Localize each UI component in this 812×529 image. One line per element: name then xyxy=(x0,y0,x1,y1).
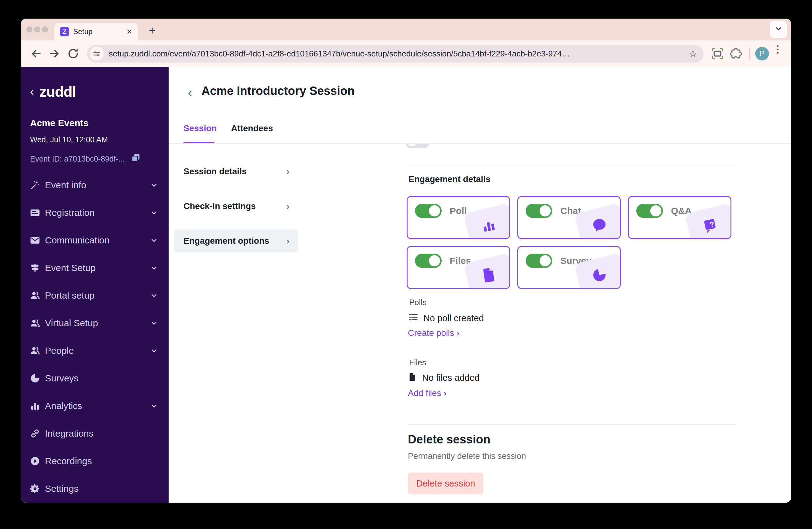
event-id-row: Event ID: a7013bc0-89df-... xyxy=(30,153,141,165)
engagement-details-heading: Engagement details xyxy=(408,174,491,184)
survey-pie-icon xyxy=(591,266,608,284)
sidebar-item-event-setup[interactable]: Event Setup xyxy=(21,254,169,282)
files-empty-text: No files added xyxy=(422,373,479,383)
browser-toolbar: setup.zuddl.com/event/a7013bc0-89df-4dc1… xyxy=(21,40,791,67)
poll-toggle[interactable] xyxy=(415,204,441,218)
signpost-icon xyxy=(29,263,41,273)
add-files-link[interactable]: Add files› xyxy=(408,388,446,398)
sidebar-menu: Event info Registration Communication Ev… xyxy=(21,171,169,502)
main-content: ‹ Acme Introductory Session Session Atte… xyxy=(169,67,791,503)
sidebar-item-label: Integrations xyxy=(45,428,93,439)
bar-chart-icon xyxy=(29,401,41,411)
subnav-label: Session details xyxy=(184,167,247,176)
tab-search-button[interactable] xyxy=(770,21,787,38)
copy-icon[interactable] xyxy=(130,153,141,165)
tab-attendees[interactable]: Attendees xyxy=(231,124,273,133)
tab-capture-icon[interactable] xyxy=(709,45,726,62)
toolbar-divider xyxy=(750,48,750,59)
chevron-down-icon xyxy=(150,236,158,244)
chevron-down-icon xyxy=(150,291,158,300)
play-circle-icon xyxy=(29,456,41,466)
person-icon xyxy=(29,290,41,301)
danger-divider xyxy=(408,424,735,425)
sidebar-item-portal-setup[interactable]: Portal setup xyxy=(21,282,169,309)
chevron-down-icon xyxy=(150,181,158,189)
sidebar-item-integrations[interactable]: Integrations xyxy=(21,419,169,447)
files-card: Files xyxy=(407,246,510,289)
sidebar-item-surveys[interactable]: Surveys xyxy=(21,364,169,392)
sidebar-item-label: Event info xyxy=(45,180,86,190)
page-title: Acme Introductory Session xyxy=(201,84,354,98)
chevron-down-icon xyxy=(150,264,158,272)
chevron-down-icon xyxy=(150,319,158,327)
files-toggle[interactable] xyxy=(415,254,441,268)
section-divider xyxy=(408,166,735,166)
forward-button[interactable] xyxy=(46,45,63,62)
profile-avatar[interactable]: P xyxy=(755,47,769,60)
sidebar-item-label: Event Setup xyxy=(45,263,96,273)
bookmark-star-icon[interactable]: ☆ xyxy=(688,48,697,59)
delete-session-subtitle: Permanently delete this session xyxy=(408,452,526,461)
extensions-puzzle-icon[interactable] xyxy=(728,45,744,62)
close-window-button[interactable] xyxy=(26,26,32,32)
url-bar[interactable]: setup.zuddl.com/event/a7013bc0-89df-4dc1… xyxy=(87,45,704,63)
create-polls-link[interactable]: Create polls› xyxy=(408,328,459,338)
chevron-down-icon xyxy=(774,24,783,35)
chevron-right-icon: › xyxy=(456,328,459,338)
collapse-sidebar-icon[interactable]: ‹ xyxy=(30,86,34,97)
survey-card: Survey xyxy=(517,246,621,289)
new-tab-button[interactable]: + xyxy=(144,22,160,39)
sidebar-item-settings[interactable]: Settings xyxy=(21,475,169,502)
files-section-label: Files xyxy=(409,358,426,368)
close-tab-icon[interactable]: ✕ xyxy=(127,28,132,36)
qa-toggle[interactable] xyxy=(636,204,663,218)
back-button[interactable] xyxy=(28,45,44,62)
subnav-check-in-settings[interactable]: Check-in settings › xyxy=(174,195,298,218)
sidebar-item-virtual-setup[interactable]: Virtual Setup xyxy=(21,309,169,337)
browser-tab[interactable]: Z Setup ✕ xyxy=(54,23,138,40)
sidebar: ‹ zuddl Acme Events Wed, Jul 10, 12:00 A… xyxy=(21,67,169,503)
tab-session[interactable]: Session xyxy=(184,124,217,133)
subnav-label: Check-in settings xyxy=(184,201,256,211)
gear-icon xyxy=(29,483,41,494)
window-controls xyxy=(26,26,48,32)
subnav-session-details[interactable]: Session details › xyxy=(174,160,298,183)
poll-bars-icon xyxy=(480,216,497,234)
zuddl-logo-text: zuddl xyxy=(39,83,76,100)
link-icon xyxy=(29,428,41,439)
subnav-engagement-options[interactable]: Engagement options › xyxy=(174,229,298,253)
sidebar-item-registration[interactable]: Registration xyxy=(21,199,169,226)
sidebar-item-analytics[interactable]: Analytics xyxy=(21,392,169,419)
reload-button[interactable] xyxy=(65,45,82,62)
sidebar-item-label: Analytics xyxy=(45,401,82,411)
sidebar-item-recordings[interactable]: Recordings xyxy=(21,447,169,475)
chat-bubble-icon xyxy=(591,216,608,234)
polls-empty-row: No poll created xyxy=(408,312,484,325)
sidebar-item-event-info[interactable]: Event info xyxy=(21,171,169,199)
delete-session-button[interactable]: Delete session xyxy=(408,473,483,494)
scrolled-toggle-sliver xyxy=(405,144,430,148)
qa-card: Q&A ? xyxy=(628,196,731,239)
site-info-icon[interactable] xyxy=(90,46,104,61)
sidebar-item-label: Registration xyxy=(45,208,95,218)
chat-toggle[interactable] xyxy=(526,204,552,218)
sidebar-item-label: Communication xyxy=(45,235,110,246)
zuddl-logo[interactable]: ‹ zuddl xyxy=(30,83,76,100)
event-id-text: Event ID: a7013bc0-89df-... xyxy=(30,154,125,163)
maximize-window-button[interactable] xyxy=(42,26,48,32)
sidebar-item-people[interactable]: People xyxy=(21,337,169,364)
files-empty-row: No files added xyxy=(408,372,479,384)
url-text: setup.zuddl.com/event/a7013bc0-89df-4dc1… xyxy=(109,49,686,59)
browser-menu-icon[interactable] xyxy=(771,45,784,62)
delete-session-heading: Delete session xyxy=(408,433,490,446)
survey-toggle[interactable] xyxy=(526,254,552,268)
session-subnav: Session details › Check-in settings › En… xyxy=(174,160,298,264)
document-icon xyxy=(408,372,417,384)
minimize-window-button[interactable] xyxy=(34,26,40,32)
titlebar: Z Setup ✕ + xyxy=(21,19,791,40)
sidebar-item-communication[interactable]: Communication xyxy=(21,226,169,254)
back-chevron-icon[interactable]: ‹ xyxy=(188,86,192,99)
event-date: Wed, Jul 10, 12:00 AM xyxy=(30,135,108,144)
person-icon xyxy=(29,345,41,356)
tabbar-divider xyxy=(169,143,791,144)
